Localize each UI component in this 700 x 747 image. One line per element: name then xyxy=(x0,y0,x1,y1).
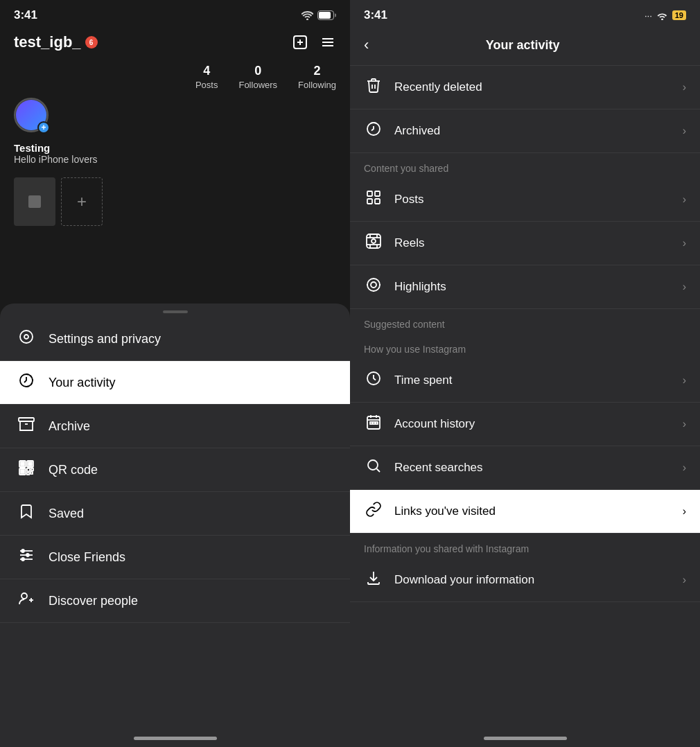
bottom-sheet: Settings and privacy Your activity xyxy=(0,304,350,747)
svg-rect-37 xyxy=(375,199,380,204)
svg-point-47 xyxy=(371,282,376,288)
reels-icon xyxy=(364,233,383,254)
chevron-posts: › xyxy=(683,193,686,206)
sheet-item-saved[interactable]: Saved xyxy=(0,492,350,536)
status-icons-left xyxy=(301,10,336,20)
posts-count: 4 xyxy=(195,64,218,78)
sheet-item-settings[interactable]: Settings and privacy xyxy=(0,317,350,361)
notif-badge: 6 xyxy=(85,36,98,49)
sheet-item-close-friends[interactable]: Close Friends xyxy=(0,536,350,579)
links-visited-label: Links you've visited xyxy=(394,504,672,518)
reels-label: Reels xyxy=(394,236,672,250)
wifi-icon-right xyxy=(656,11,668,20)
menu-icon[interactable] xyxy=(320,34,336,51)
svg-line-57 xyxy=(377,469,380,473)
ig-header: test_igb_ 6 xyxy=(0,28,350,57)
right-item-reels[interactable]: Reels › xyxy=(350,222,700,265)
right-item-recently-deleted[interactable]: Recently deleted › xyxy=(350,66,700,109)
svg-point-39 xyxy=(371,239,376,243)
username-text: test_igb_ xyxy=(14,33,81,51)
section-how-use: How you use Instagram xyxy=(350,334,700,359)
battery-icon-right: 19 xyxy=(672,10,686,20)
home-bar-left xyxy=(134,737,217,740)
discover-icon xyxy=(17,590,36,611)
section-content-shared: Content you shared xyxy=(350,153,700,178)
avatar[interactable]: + xyxy=(14,98,49,132)
sheet-item-discover[interactable]: Discover people xyxy=(0,579,350,623)
svg-rect-19 xyxy=(27,473,29,475)
right-item-posts[interactable]: Posts › xyxy=(350,178,700,222)
posts-stat: 4 Posts xyxy=(195,64,218,91)
followers-label: Followers xyxy=(238,80,277,90)
add-post-button[interactable]: + xyxy=(61,177,103,226)
status-bar-right: 3:41 ··· 19 xyxy=(350,0,700,28)
link-icon xyxy=(364,501,383,522)
svg-point-27 xyxy=(21,550,24,552)
sheet-item-your-activity[interactable]: Your activity xyxy=(0,361,350,405)
right-item-links-visited[interactable]: Links you've visited › xyxy=(350,490,700,534)
status-time-left: 3:41 xyxy=(14,8,37,22)
svg-point-9 xyxy=(20,331,33,343)
archived-icon xyxy=(364,121,383,141)
profile-handle: Hello iPhone lovers xyxy=(14,154,336,165)
profile-bio: Testing Hello iPhone lovers xyxy=(0,139,350,172)
right-item-archived[interactable]: Archived › xyxy=(350,109,700,153)
saved-label: Saved xyxy=(49,507,84,521)
download-icon xyxy=(364,570,383,590)
right-item-account-history[interactable]: Account history › xyxy=(350,403,700,446)
your-activity-label: Your activity xyxy=(49,376,115,390)
settings-icon xyxy=(17,328,36,349)
svg-point-10 xyxy=(24,335,28,339)
svg-rect-17 xyxy=(27,468,30,471)
account-history-label: Account history xyxy=(394,417,672,431)
svg-rect-8 xyxy=(28,195,41,208)
chevron-archived: › xyxy=(683,125,686,137)
status-bar-left: 3:41 xyxy=(0,0,350,28)
right-item-download[interactable]: Download your information › xyxy=(350,559,700,602)
right-panel: 3:41 ··· 19 ‹ Your activity Recent xyxy=(350,0,700,747)
signal-icon: ··· xyxy=(645,10,652,21)
following-count: 2 xyxy=(298,64,336,78)
sheet-item-archive[interactable]: Archive xyxy=(0,405,350,448)
svg-rect-38 xyxy=(367,234,380,248)
svg-point-46 xyxy=(367,279,380,291)
following-label: Following xyxy=(298,80,336,90)
svg-rect-12 xyxy=(19,418,34,421)
chevron-recent-searches: › xyxy=(683,462,686,474)
right-list: Recently deleted › Archived › Content yo… xyxy=(350,66,700,730)
svg-rect-54 xyxy=(373,422,375,424)
right-item-recent-searches[interactable]: Recent searches › xyxy=(350,446,700,490)
battery-icon-left xyxy=(317,10,336,20)
search-icon xyxy=(364,457,383,478)
svg-rect-55 xyxy=(376,422,378,424)
sheet-item-qr[interactable]: QR code xyxy=(0,448,350,492)
post-thumb-1[interactable] xyxy=(14,177,55,226)
right-item-time-spent[interactable]: Time spent › xyxy=(350,359,700,403)
chevron-download: › xyxy=(683,574,686,586)
calendar-icon xyxy=(364,414,383,434)
chevron-links-visited: › xyxy=(683,505,686,518)
recently-deleted-label: Recently deleted xyxy=(394,80,672,94)
saved-icon xyxy=(17,503,36,524)
svg-rect-23 xyxy=(21,470,24,473)
followers-count: 0 xyxy=(238,64,277,78)
add-post-icon[interactable] xyxy=(292,34,308,51)
archive-icon-left xyxy=(17,416,36,437)
back-button[interactable]: ‹ xyxy=(364,36,369,54)
posts-label-right: Posts xyxy=(394,193,672,206)
right-item-highlights[interactable]: Highlights › xyxy=(350,265,700,309)
svg-point-56 xyxy=(368,460,378,470)
archive-label: Archive xyxy=(49,419,90,434)
time-spent-label: Time spent xyxy=(394,374,672,387)
highlights-icon xyxy=(364,276,383,297)
chevron-recently-deleted: › xyxy=(683,81,686,94)
download-label: Download your information xyxy=(394,573,672,587)
close-friends-icon xyxy=(17,547,36,568)
chevron-time-spent: › xyxy=(683,374,686,387)
close-friends-label: Close Friends xyxy=(49,550,125,565)
posts-label: Posts xyxy=(195,80,218,90)
settings-label: Settings and privacy xyxy=(49,332,161,346)
svg-rect-34 xyxy=(367,191,372,196)
grid-icon xyxy=(364,189,383,210)
trash-icon xyxy=(364,77,383,98)
